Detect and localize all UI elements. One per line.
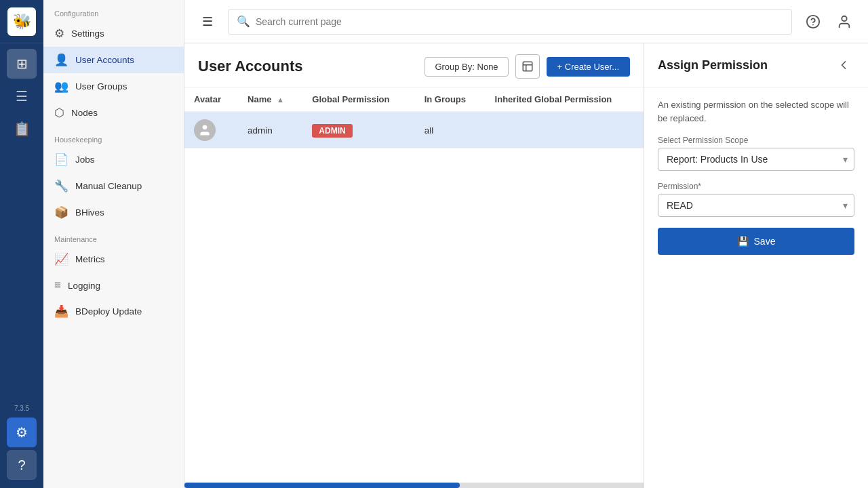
settings-icon: ⚙ [54,26,64,41]
icon-bar-nav: ⊞ ☰ 📋 [7,43,37,405]
scope-form-group: Select Permission Scope Report: Products… [658,136,854,171]
search-icon: 🔍 [237,15,250,28]
right-panel: Assign Permission An existing permission… [644,43,868,488]
table-scrollbar [184,483,644,488]
cell-name: admin [238,112,302,148]
cell-inherited-permission [486,112,644,148]
user-account-button[interactable] [831,9,857,35]
sidebar-item-bhives-label: BHives [75,207,104,218]
icon-bar: 🐝 ⊞ ☰ 📋 7.3.5 ⚙ ? [0,0,43,488]
sidebar-section-maintenance: Maintenance [43,226,184,246]
table-header-row: Avatar Name ▲ Global Permission In Group… [184,87,644,112]
hamburger-button[interactable]: ☰ [195,9,220,34]
sidebar-item-metrics-label: Metrics [75,254,105,264]
cell-in-groups: all [415,112,486,148]
svg-point-4 [203,125,208,130]
search-bar: 🔍 [228,9,792,35]
metrics-icon: 📈 [54,252,68,266]
page-title: User Accounts [198,58,418,75]
col-avatar: Avatar [184,87,238,112]
user-groups-icon: 👥 [54,79,68,94]
search-input[interactable] [256,16,783,27]
sidebar-item-jobs-label: Jobs [75,155,95,165]
sidebar-item-jobs[interactable]: 📄 Jobs [43,146,184,173]
sidebar-item-nodes[interactable]: ⬡ Nodes [43,100,184,126]
nodes-icon: ⬡ [54,106,64,120]
sidebar-item-metrics[interactable]: 📈 Metrics [43,246,184,272]
scope-select[interactable]: Report: Products In Use [658,148,854,171]
save-button[interactable]: 💾 Save [658,228,854,255]
sidebar-item-manual-cleanup[interactable]: 🔧 Manual Cleanup [43,173,184,199]
export-button[interactable] [515,54,540,79]
table-scrollbar-thumb [184,483,460,488]
logging-icon: ≡ [54,279,61,292]
topbar: ☰ 🔍 [184,0,868,43]
table-container: Avatar Name ▲ Global Permission In Group… [184,87,644,483]
permission-select[interactable]: READ WRITE ADMIN [658,194,854,217]
cell-global-permission: ADMIN [302,112,414,148]
svg-rect-3 [523,62,532,71]
right-panel-header: Assign Permission [644,43,868,87]
sidebar-item-bhives[interactable]: 📦 BHives [43,199,184,226]
sidebar-item-bdeploy-update[interactable]: 📥 BDeploy Update [43,298,184,325]
right-panel-title: Assign Permission [658,58,768,73]
topbar-right [800,9,857,35]
assign-permission-info: An existing permission on the selected s… [658,98,854,125]
manual-cleanup-icon: 🔧 [54,179,68,193]
sidebar-section-configuration: Configuration [43,0,184,20]
logo-box: 🐝 [7,7,36,36]
main-panel-header: User Accounts Group By: None + Create Us… [184,43,644,87]
version-text: 7.3.5 [14,405,29,412]
nav-icon-grid[interactable]: ⊞ [7,49,37,79]
sidebar: Configuration ⚙ Settings 👤 User Accounts… [43,0,184,488]
main-panel: User Accounts Group By: None + Create Us… [184,43,644,488]
app-logo: 🐝 [0,0,43,43]
svg-point-2 [842,16,846,20]
nav-icon-list[interactable]: ☰ [7,81,37,111]
sidebar-item-manual-cleanup-label: Manual Cleanup [75,181,142,191]
icon-bar-bottom: 7.3.5 ⚙ ? [7,405,37,488]
table-row[interactable]: admin ADMIN all [184,112,644,148]
back-button[interactable] [833,54,854,76]
sidebar-item-user-groups-label: User Groups [75,81,127,92]
create-user-label: + Create User... [557,62,619,72]
help-icon-btn[interactable]: ? [7,450,37,480]
bhives-icon: 📦 [54,205,68,220]
sidebar-item-logging-label: Logging [68,281,100,291]
sort-icon: ▲ [277,96,284,104]
right-panel-body: An existing permission on the selected s… [644,87,868,266]
save-label: Save [754,236,776,247]
jobs-icon: 📄 [54,152,68,167]
avatar [194,119,216,141]
sidebar-item-bdeploy-update-label: BDeploy Update [75,306,142,317]
col-name[interactable]: Name ▲ [238,87,302,112]
col-global-permission: Global Permission [302,87,414,112]
sidebar-item-logging[interactable]: ≡ Logging [43,272,184,298]
sidebar-section-housekeeping: Housekeeping [43,126,184,146]
sidebar-item-settings[interactable]: ⚙ Settings [43,20,184,47]
sidebar-item-user-groups[interactable]: 👥 User Groups [43,73,184,100]
content-area: User Accounts Group By: None + Create Us… [184,43,868,488]
sidebar-item-user-accounts[interactable]: 👤 User Accounts [43,47,184,73]
user-accounts-icon: 👤 [54,53,68,67]
bdeploy-update-icon: 📥 [54,304,68,319]
col-in-groups: In Groups [415,87,486,112]
nav-icon-clipboard[interactable]: 📋 [7,114,37,144]
users-table: Avatar Name ▲ Global Permission In Group… [184,87,644,148]
sidebar-item-settings-label: Settings [71,28,104,39]
group-by-button[interactable]: Group By: None [425,57,508,77]
create-user-button[interactable]: + Create User... [547,57,630,77]
settings-icon-btn[interactable]: ⚙ [7,418,37,447]
save-icon: 💾 [737,236,749,247]
main-area: ☰ 🔍 User Acc [184,0,868,488]
scope-select-wrapper: Report: Products In Use [658,148,854,171]
permission-form-group: Permission* READ WRITE ADMIN [658,182,854,217]
cell-avatar [184,112,238,148]
global-permission-badge: ADMIN [312,124,352,138]
sidebar-item-nodes-label: Nodes [71,108,98,118]
col-inherited-global-permission: Inherited Global Permission [486,87,644,112]
sidebar-item-user-accounts-label: User Accounts [75,55,134,65]
permission-label: Permission* [658,182,854,191]
scope-label: Select Permission Scope [658,136,854,145]
help-button[interactable] [800,9,826,35]
